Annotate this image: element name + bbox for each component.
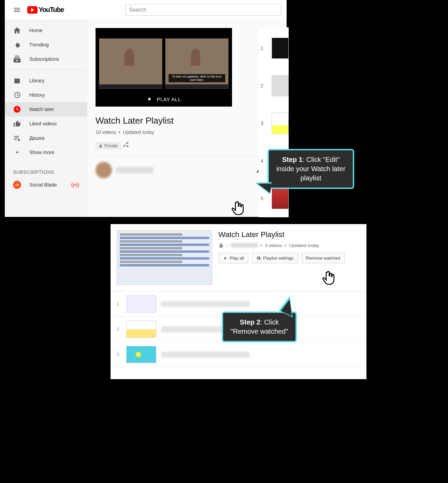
playlist-settings-button[interactable]: Playlist settings bbox=[252, 253, 298, 263]
playlist-title: Watch Later Playlist bbox=[96, 115, 278, 126]
callout-step-1: Step 1: Click "Edit" inside your Watch l… bbox=[268, 149, 354, 189]
youtube-edit-playlist-panel: Watch Later Playlist | • 3 videos • Upda… bbox=[111, 224, 366, 379]
sidebar-item-label: Дашка bbox=[29, 135, 44, 141]
sidebar-item-home[interactable]: Home bbox=[5, 23, 87, 38]
channel-avatar-icon bbox=[13, 181, 21, 189]
play-all-label: Play all bbox=[230, 256, 244, 261]
sidebar-item-playlist-dashka[interactable]: Дашка bbox=[5, 131, 87, 145]
callout-tail-icon bbox=[254, 180, 272, 194]
privacy-label: Private bbox=[104, 143, 118, 148]
playlist-hero-thumb[interactable] bbox=[117, 230, 212, 285]
row-thumb bbox=[126, 346, 156, 363]
hero-caption-text: To turn on captions, click on the icon o… bbox=[169, 74, 225, 82]
sidebar-divider bbox=[5, 70, 87, 70]
strip-thumb bbox=[272, 38, 289, 59]
subscriptions-icon bbox=[13, 55, 21, 63]
strip-index: 2 bbox=[261, 83, 263, 88]
playlist-meta: | • 3 videos • Updated today bbox=[218, 243, 360, 248]
row-thumb bbox=[126, 321, 156, 338]
sidebar-sub-label: Social Blade bbox=[29, 182, 57, 188]
row-title-blurred bbox=[161, 351, 250, 358]
playlist-updated: Updated today bbox=[123, 129, 154, 135]
library-icon bbox=[13, 77, 21, 85]
sidebar-item-trending[interactable]: Trending bbox=[5, 38, 87, 52]
callout-step-label: Step 2 bbox=[240, 318, 260, 326]
row-title-blurred bbox=[161, 301, 250, 307]
playlist-title: Watch Later Playlist bbox=[218, 230, 360, 239]
lock-icon bbox=[99, 144, 103, 148]
strip-row[interactable]: 2 bbox=[259, 67, 289, 105]
sidebar-item-history[interactable]: History bbox=[5, 88, 87, 102]
hero-thumb bbox=[99, 38, 162, 89]
play-all-button[interactable]: Play all bbox=[218, 253, 248, 263]
hamburger-menu-icon[interactable] bbox=[10, 3, 24, 17]
play-all-button[interactable]: PLAY ALL bbox=[96, 92, 232, 107]
strip-index: 4 bbox=[261, 158, 263, 164]
sidebar-item-label: Subscriptions bbox=[29, 56, 59, 62]
strip-index: 5 bbox=[261, 196, 263, 201]
sidebar-item-label: Watch later bbox=[29, 107, 54, 112]
settings-label: Playlist settings bbox=[263, 256, 294, 261]
playlist-video-count: 10 videos bbox=[96, 129, 116, 135]
strip-index: 1 bbox=[261, 45, 263, 51]
shuffle-icon[interactable] bbox=[122, 141, 129, 148]
sidebar-item-label: Show more bbox=[29, 150, 54, 155]
sidebar-item-label: Library bbox=[29, 78, 44, 83]
playlist-hero[interactable]: To turn on captions, click on the icon o… bbox=[96, 28, 232, 107]
row-index: 1 bbox=[117, 301, 121, 306]
sidebar-item-show-more[interactable]: Show more bbox=[5, 145, 87, 160]
youtube-logo-icon bbox=[27, 6, 38, 14]
strip-thumb bbox=[272, 113, 289, 134]
row-index: 3 bbox=[117, 352, 121, 357]
sidebar-subscriptions-heading: SUBSCRIPTIONS bbox=[5, 167, 87, 178]
lock-icon bbox=[218, 243, 224, 248]
sidebar-item-library[interactable]: Library bbox=[5, 73, 87, 88]
sidebar: Home Trending Subscriptions Library Hist… bbox=[5, 20, 87, 217]
sidebar-item-label: History bbox=[29, 92, 45, 98]
divider bbox=[96, 155, 278, 156]
row-index: 2 bbox=[117, 327, 121, 332]
history-icon bbox=[13, 91, 21, 99]
sidebar-item-label: Trending bbox=[29, 42, 49, 47]
sidebar-item-label: Liked videos bbox=[29, 121, 57, 126]
playlist-updated: Updated today bbox=[289, 243, 319, 248]
home-icon bbox=[13, 26, 21, 34]
strip-index: 3 bbox=[261, 121, 263, 126]
sidebar-item-watch-later[interactable]: Watch later bbox=[5, 102, 87, 116]
play-icon bbox=[223, 256, 228, 261]
playlist-video-count: 3 videos bbox=[265, 243, 282, 248]
like-icon bbox=[13, 120, 21, 128]
playlist-owner-row: EDIT bbox=[96, 162, 278, 178]
privacy-badge: Private bbox=[96, 142, 121, 149]
strip-row[interactable]: 1 bbox=[259, 29, 289, 67]
youtube-watch-later-panel: YouTube Home Trending Subscriptions Lib bbox=[5, 0, 287, 217]
sidebar-item-subscriptions[interactable]: Subscriptions bbox=[5, 52, 87, 66]
callout-step-2: Step 2: Click "Remove watched" bbox=[222, 312, 297, 342]
hero-thumb: To turn on captions, click on the icon o… bbox=[165, 38, 229, 89]
owner-name-blurred bbox=[116, 167, 154, 173]
youtube-header: YouTube bbox=[5, 0, 287, 20]
sidebar-item-label: Home bbox=[29, 28, 43, 33]
sidebar-sub-social-blade[interactable]: Social Blade ((•)) bbox=[5, 178, 87, 192]
search-box bbox=[125, 4, 281, 16]
remove-watched-button[interactable]: Remove watched bbox=[302, 253, 345, 263]
callout-step-label: Step 1 bbox=[282, 156, 303, 163]
sidebar-divider bbox=[5, 163, 87, 163]
chevron-down-icon bbox=[13, 148, 21, 156]
strip-row[interactable]: 3 bbox=[259, 105, 289, 142]
remove-watched-label: Remove watched bbox=[306, 256, 340, 261]
search-input[interactable] bbox=[125, 4, 281, 16]
youtube-logo[interactable]: YouTube bbox=[27, 6, 64, 14]
playlist-meta: 10 videos • Updated today bbox=[96, 129, 278, 135]
owner-name-blurred bbox=[231, 243, 258, 248]
owner-avatar[interactable] bbox=[96, 162, 112, 178]
cursor-hand-icon bbox=[231, 201, 245, 215]
strip-thumb bbox=[272, 75, 289, 96]
trending-icon bbox=[13, 41, 21, 49]
play-icon bbox=[146, 96, 153, 102]
gear-icon bbox=[256, 256, 261, 261]
strip-thumb bbox=[272, 188, 289, 209]
sidebar-item-liked[interactable]: Liked videos bbox=[5, 116, 87, 131]
playlist-row[interactable]: 3 bbox=[111, 342, 366, 367]
clock-icon bbox=[13, 105, 21, 113]
